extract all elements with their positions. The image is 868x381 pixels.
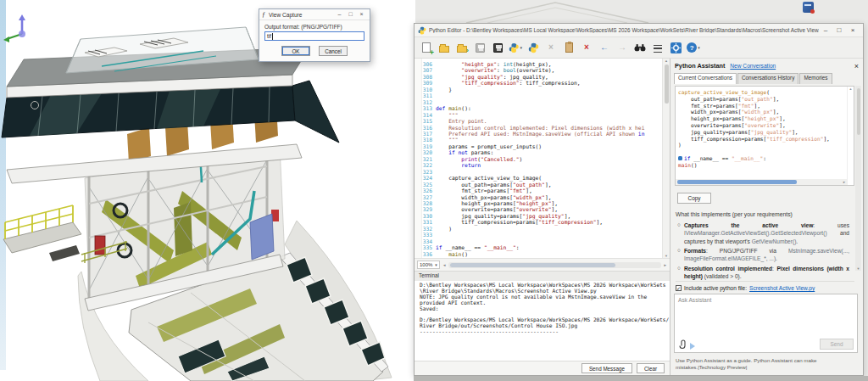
editor-titlebar[interactable]: Python Editor - D:\Bentley Workspaces\MS…: [415, 24, 863, 37]
format-input-value: tif: [267, 33, 271, 39]
tab-current-conversations[interactable]: Current Conversations: [674, 73, 737, 84]
terminal-header: Terminal: [415, 271, 670, 281]
window-title: Python Editor - D:\Bentley Workspaces\MS…: [429, 27, 819, 33]
run-python-icon[interactable]: ▾: [509, 41, 522, 54]
code-editor[interactable]: 306 "height_px": int(height_px),307 "ove…: [415, 59, 670, 259]
breakpoint-icon: [678, 156, 682, 160]
import-folder-icon[interactable]: ›: [455, 41, 469, 54]
dialog-close-button[interactable]: ×: [356, 9, 367, 20]
scrollbar-thumb[interactable]: [665, 64, 669, 104]
undo-icon[interactable]: ←: [598, 41, 611, 54]
assistant-input[interactable]: Ask Assistant Send: [674, 294, 858, 353]
clear-button[interactable]: Clear: [637, 363, 665, 373]
code-line: 332 ): [422, 226, 662, 232]
editor-vertical-scrollbar[interactable]: ▲ ▼: [662, 59, 670, 258]
code-line: 318 """: [422, 137, 662, 143]
editor-horizontal-scrollbar[interactable]: [448, 262, 660, 268]
code-lines: 306 "height_px": int(height_px),307 "ove…: [422, 61, 662, 257]
code-line: 331 tiff_compression=params["tiff_compre…: [422, 219, 662, 225]
python-logo-icon: [418, 26, 426, 35]
python-assistant-panel: Python Assistant New Conversation × Curr…: [670, 59, 863, 375]
code-line: 309 "tiff_compression": tiff_compression…: [422, 80, 662, 86]
background-model-roofline: [462, 0, 657, 24]
assistant-code-block[interactable]: capture_active_view_to_image( out_path=p…: [675, 86, 854, 186]
assistant-code-line: width_px=params["width_px"],: [678, 109, 845, 115]
assistant-close-icon[interactable]: ×: [854, 62, 859, 70]
zoom-level-value: 100%: [420, 262, 432, 267]
scroll-down-icon[interactable]: ▼: [665, 254, 668, 258]
format-input[interactable]: tif: [264, 31, 364, 41]
maximize-button[interactable]: □: [832, 26, 846, 34]
scrollbar-thumb[interactable]: [857, 88, 860, 135]
assistant-send-button[interactable]: Send: [820, 339, 854, 350]
code-line: 313def main():: [422, 105, 662, 111]
code-line: 314 """: [422, 112, 662, 118]
assistant-disclaimer: Use Python Assistant as a guide. Python …: [676, 357, 854, 372]
code-line: 319 params = prompt_user_inputs(): [422, 143, 662, 149]
terminal-output[interactable]: D:\Bentley Workspaces\MS Local Workspace…: [415, 281, 670, 362]
app-shortcut-icon[interactable]: [803, 2, 814, 13]
redo-icon[interactable]: →: [615, 41, 629, 54]
save-icon[interactable]: [473, 41, 487, 54]
scroll-right-icon[interactable]: ►: [843, 180, 846, 184]
output-format-label: Output format: (PNG/JPG/TIFF): [264, 24, 364, 30]
new-conversation-link[interactable]: New Conversation: [730, 63, 776, 69]
code-line: 315 Entry point.: [422, 118, 662, 124]
settings-icon[interactable]: [669, 41, 682, 54]
copy-button[interactable]: Copy: [677, 193, 711, 204]
menu-icon[interactable]: [651, 41, 665, 54]
assistant-code-line: fmt_str=params["fmt"],: [678, 103, 845, 109]
code-line: 326 fmt_str=params["fmt"],: [422, 188, 662, 193]
paste-icon[interactable]: [562, 41, 576, 54]
active-file-link[interactable]: Screenshot Active View.py: [749, 285, 815, 291]
scrollbar-thumb[interactable]: [677, 180, 797, 184]
scroll-up-icon[interactable]: ▲: [665, 59, 668, 63]
assistant-header: Python Assistant New Conversation ×: [670, 59, 863, 73]
zoom-level-select[interactable]: 100%▾: [417, 261, 440, 269]
scroll-left-icon[interactable]: ◄: [442, 263, 446, 267]
breakpoint-gutter[interactable]: [415, 59, 422, 258]
open-folder-icon[interactable]: [437, 41, 451, 54]
dialog-titlebar[interactable]: ƒ View Capture – □ ×: [259, 9, 370, 20]
close-button[interactable]: ×: [846, 26, 860, 34]
new-file-icon[interactable]: +: [420, 41, 433, 54]
assistant-scrollbar[interactable]: ▼: [855, 86, 861, 271]
assistant-input-placeholder: Ask Assistant: [678, 297, 711, 303]
scrollbar-thumb[interactable]: [450, 263, 615, 267]
minimize-button[interactable]: –: [819, 26, 832, 34]
dialog-minimize-button[interactable]: –: [334, 9, 345, 20]
send-arrow-icon: [690, 343, 695, 350]
scroll-down-icon[interactable]: ▼: [855, 266, 861, 271]
view-orientation-triad-icon[interactable]: [2, 10, 36, 48]
dialog-maximize-button[interactable]: □: [345, 9, 356, 20]
terminal-actions: Send Message Clear: [415, 361, 670, 375]
code-block-horizontal-scrollbar[interactable]: ►: [676, 179, 847, 185]
help-icon[interactable]: ?▾: [687, 41, 700, 54]
save-all-icon[interactable]: [491, 41, 504, 54]
include-file-checkbox[interactable]: ✓: [676, 285, 682, 291]
tab-conversations-history[interactable]: Conversations History: [737, 73, 799, 84]
window-bottom-edge: [414, 376, 868, 381]
tab-memories[interactable]: Memories: [799, 73, 832, 84]
scroll-right-icon[interactable]: ►: [664, 263, 667, 267]
delete-icon[interactable]: ×: [580, 41, 593, 54]
code-line: 328 height_px=params["height_px"],: [422, 200, 662, 206]
debug-python-icon[interactable]: [526, 41, 540, 54]
cut-icon[interactable]: ×: [544, 41, 558, 54]
terminal-line: ----------------------------------------…: [420, 329, 670, 335]
implements-bullet: ○Captures the active view: uses IViewMan…: [676, 221, 849, 245]
implements-heading: What this implements (per your requireme…: [676, 211, 851, 217]
attach-icon[interactable]: [678, 339, 687, 350]
assistant-code-line: main(): [678, 162, 845, 169]
ok-button[interactable]: OK: [281, 46, 310, 56]
code-line: 333: [422, 232, 662, 238]
code-line: 310 }: [422, 87, 662, 92]
code-line: 316 Resolution control implemented: Pixe…: [422, 125, 662, 131]
cancel-button[interactable]: Cancel: [319, 46, 348, 56]
assistant-code-line: jpg_quality=params["jpg_quality"],: [678, 129, 845, 136]
code-line: 335if __name__ == "__main__":: [422, 244, 662, 250]
code-block-vertical-scrollbar[interactable]: ▲: [847, 87, 854, 185]
desktop: ƒ View Capture – □ × Output format: (PNG…: [0, 0, 868, 381]
find-icon[interactable]: [633, 41, 647, 54]
send-message-button[interactable]: Send Message: [581, 363, 632, 373]
